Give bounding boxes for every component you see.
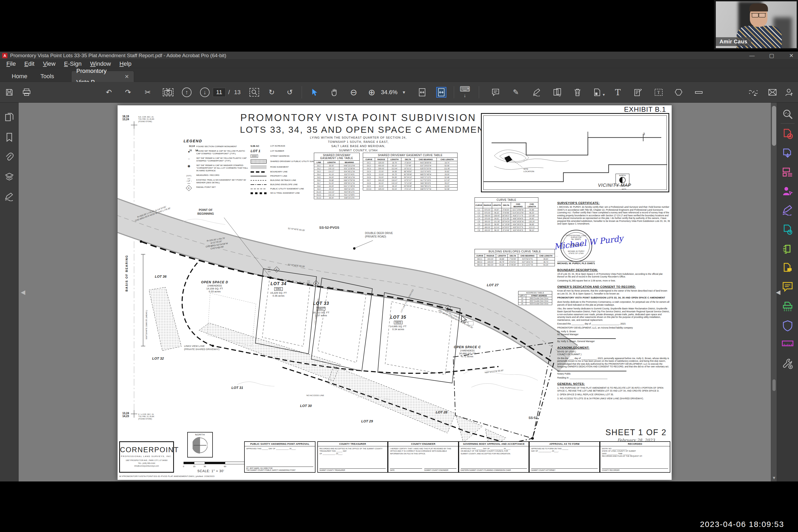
create-pdf-tool-icon[interactable] (782, 128, 793, 140)
svg-text:0: 0 (183, 465, 184, 468)
print-icon[interactable] (22, 88, 31, 96)
minimize-button[interactable]: — (748, 53, 756, 59)
close-button[interactable]: ✕ (787, 52, 795, 59)
add-text-icon[interactable]: T (615, 87, 621, 97)
rotate-counterclockwise-icon[interactable]: ↺ (287, 88, 293, 97)
cut-icon[interactable]: ✂ (145, 88, 151, 97)
comment-tool-icon[interactable] (782, 281, 793, 293)
title-bar[interactable]: A Promontory Vista Point Lots 33-35 Plat… (0, 52, 798, 60)
legend-sample-row: 5.06 ACLOT ACREAGE (251, 145, 341, 147)
tab-home[interactable]: Home (7, 71, 32, 82)
highlighter-icon[interactable]: ✎ (513, 88, 519, 97)
marquee-zoom-icon[interactable] (249, 88, 259, 97)
layers-icon[interactable] (5, 172, 14, 183)
line-table: SHARED DRIVEWAY EASEMENT LINE TABLELINEL… (314, 153, 360, 199)
request-comments-tool-icon[interactable] (782, 262, 793, 274)
measure-tool-icon[interactable] (781, 339, 794, 349)
table-header: CHD BEARING (518, 254, 537, 258)
zoom-out-icon[interactable]: ⊖ (350, 87, 357, 97)
page-number-input[interactable] (213, 88, 226, 97)
north-arrow: NORTH (187, 432, 213, 457)
collapse-left-icon[interactable]: ◀ (21, 289, 25, 296)
send-email-icon[interactable] (768, 89, 777, 96)
lot-35-label: LOT 355923 14,885 SQ. FT0.34 acres (381, 315, 416, 331)
table-header: CHD LENGTH (537, 254, 555, 258)
line-shape-icon[interactable] (695, 90, 703, 95)
snapshot-icon[interactable] (163, 88, 173, 96)
lot-33-label: LOT 335937 16,212 SQ. FT0.37 acres (304, 301, 338, 317)
table-header: DELTA (508, 254, 518, 258)
table-row: DC2400.00'52.10'7°27'48"S37°29'03"W52.06… (363, 164, 457, 167)
select-tool-icon[interactable] (311, 88, 318, 96)
next-page-icon[interactable]: ↓ (200, 88, 210, 97)
table-header: CURVE (475, 203, 483, 208)
scan-ocr-tool-icon[interactable] (782, 301, 794, 313)
organize-pages-tool-icon[interactable] (782, 167, 793, 179)
road-name-label: DOUBLE DEER DRIVE(PRIVATE ROAD) (365, 231, 393, 238)
menu-edit[interactable]: Edit (20, 60, 39, 68)
insert-header-footer-icon[interactable]: ⌨↓ (460, 87, 470, 98)
table-header: CHD BEARING (415, 158, 437, 161)
zoom-caret-icon[interactable]: ▾ (403, 89, 405, 95)
tab-close-icon[interactable]: ✕ (125, 71, 129, 82)
tab-tools[interactable]: Tools (36, 71, 59, 82)
search-tools-icon[interactable] (782, 109, 793, 121)
convert-pdf-tool-icon[interactable] (782, 224, 793, 236)
hand-tool-icon[interactable] (331, 88, 338, 96)
signatures-panel-icon[interactable] (4, 193, 14, 202)
table-header: LINE (314, 161, 324, 164)
edit-pdf-icon[interactable] (634, 88, 642, 96)
scrollbar-thumb[interactable] (772, 106, 776, 146)
table-header: CURVE (475, 254, 485, 258)
pdf-canvas[interactable]: EXHIBIT B.1 PROMONTORY VISTA POINT SUBDI… (19, 103, 771, 481)
request-signature-icon[interactable] (785, 88, 793, 96)
bookmarks-icon[interactable] (5, 132, 13, 143)
tab-document[interactable]: Promontory Vista P... ✕ (71, 71, 134, 82)
table-row: C1570.00'40.87'4°06'30"S21°19'56"W40.86' (475, 208, 538, 211)
plat-title-line1: PROMONTORY VISTA POINT SUBDIVISION (240, 112, 477, 124)
more-tools-icon[interactable] (782, 358, 794, 370)
text-box-icon[interactable]: T (654, 89, 663, 96)
maximize-button[interactable]: ▢ (768, 52, 776, 59)
note-paragraph: Also, the owner hereby dedicates to Summ… (557, 307, 670, 321)
redo-icon[interactable]: ↷ (125, 88, 131, 97)
file-note: W:\PROMONTORY\VISTA POINT\SS-52-PVG5 PLA… (119, 475, 214, 477)
zoom-level-value[interactable]: 34.6% (381, 89, 397, 96)
protect-tool-icon[interactable] (782, 320, 793, 332)
extract-pages-icon[interactable] (594, 88, 601, 96)
zoom-in-icon[interactable]: ⊕ (368, 87, 375, 97)
fill-sign-icon[interactable] (533, 88, 541, 96)
comment-icon[interactable] (492, 88, 499, 96)
link-icon[interactable] (749, 88, 758, 96)
crop-pages-tool-icon[interactable] (782, 243, 793, 255)
organize-pages-icon[interactable] (553, 88, 562, 96)
previous-page-icon[interactable]: ↑ (182, 88, 191, 97)
rotate-clockwise-icon[interactable]: ↻ (269, 88, 275, 97)
undo-icon[interactable]: ↶ (106, 88, 112, 97)
scroll-down-icon[interactable]: ▼ (771, 476, 777, 480)
export-pdf-tool-icon[interactable] (782, 147, 793, 159)
menu-file[interactable]: File (2, 60, 20, 68)
menu-view[interactable]: View (39, 60, 60, 68)
save-icon[interactable] (5, 88, 13, 96)
table-header: LENGTH (492, 203, 501, 208)
pdf-page[interactable]: EXHIBIT B.1 PROMONTORY VISTA POINT SUBDI… (118, 105, 672, 480)
vicinity-nts: NTS (622, 188, 626, 190)
table-title: CURVE TABLE (475, 197, 538, 202)
table-row: 348937 Double Deer Drive (518, 300, 552, 302)
extract-caret-icon[interactable]: ▾ (603, 92, 605, 97)
collapse-right-panel-icon[interactable]: ◀ (776, 289, 780, 296)
firm-block: CORNERPOINT PROFESSIONAL LAND SURVEYS, I… (119, 441, 174, 473)
open-space-c-label: OPEN SPACE C(AMENDED) 30,880 SQ. FT0.71 … (445, 345, 490, 358)
fill-sign-tool-icon[interactable] (782, 205, 794, 216)
scrolling-mode-icon[interactable] (436, 87, 446, 98)
attachments-icon[interactable] (5, 153, 14, 163)
delete-pages-icon[interactable] (574, 88, 581, 96)
page-thumbnails-icon[interactable] (5, 112, 14, 123)
fit-width-icon[interactable] (418, 88, 426, 97)
send-for-review-tool-icon[interactable] (782, 186, 793, 198)
scrollbar-thumb-secondary[interactable] (773, 379, 776, 391)
polygon-shape-icon[interactable] (674, 89, 683, 96)
lot-symbol-pair: LPR (267, 267, 279, 272)
toolbar: ↶ ↷ ✂ ↑ ↓ / 13 ↻ ↺ ⊖ ⊕ 34.6% ▾ (0, 82, 798, 103)
